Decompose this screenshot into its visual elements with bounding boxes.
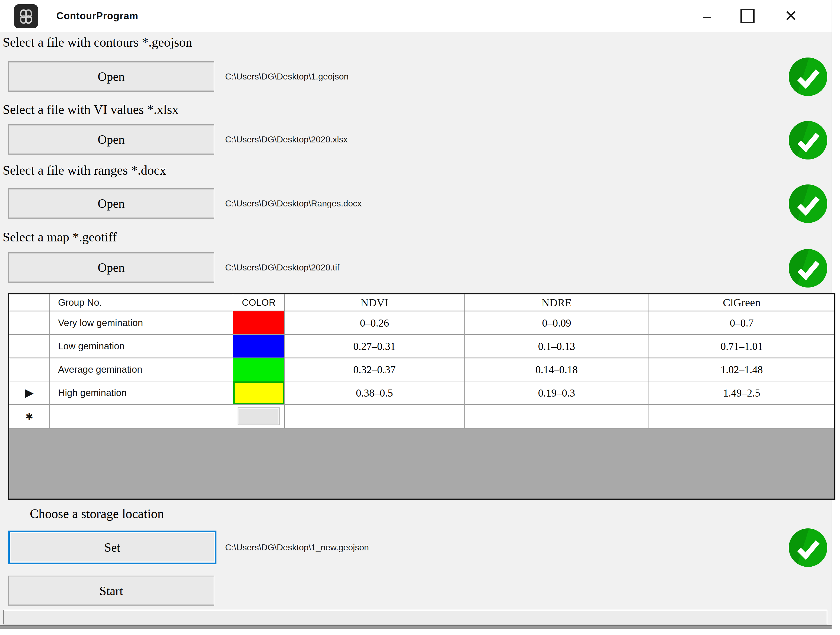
grid-corner-header (9, 294, 50, 311)
clgreen-cell[interactable]: 0.71–1.01 (649, 335, 834, 358)
row-selector[interactable] (9, 358, 50, 381)
current-row-selector[interactable]: ▶ (9, 381, 50, 405)
clgreen-cell[interactable]: 1.49–2.5 (649, 381, 834, 405)
group-cell[interactable]: Very low gemination (50, 311, 233, 335)
ranges-success-check-icon (789, 185, 827, 223)
column-header-group[interactable]: Group No. (50, 294, 233, 311)
color-swatch-cell[interactable] (233, 335, 285, 358)
window-bottom-edge[interactable] (0, 625, 832, 629)
ranges-label: Select a file with ranges *.docx (3, 163, 166, 178)
contours-label: Select a file with contours *.geojson (3, 35, 192, 50)
grid-empty-area (9, 428, 834, 499)
map-label: Select a map *.geotiff (3, 229, 117, 245)
column-header-clgreen[interactable]: ClGreen (649, 294, 834, 311)
window-title: ContourProgram (57, 0, 138, 32)
app-window: ContourProgram – ✕ Select a file with co… (0, 0, 832, 629)
ndre-cell[interactable]: 0.14–0.18 (464, 358, 649, 381)
new-row-marker-icon: ✱ (25, 412, 33, 421)
ndre-cell[interactable]: 0.19–0.3 (464, 381, 649, 405)
storage-success-check-icon (789, 528, 827, 567)
open-contours-button[interactable]: Open (8, 61, 214, 92)
contours-success-check-icon (789, 57, 827, 96)
storage-label: Choose a storage location (30, 506, 164, 521)
title-bar: ContourProgram – ✕ (0, 0, 832, 32)
row-selector[interactable] (9, 311, 50, 335)
blank-color-swatch (238, 408, 280, 425)
ranges-data-grid: Group No. COLOR NDVI NDRE ClGreen Very l… (8, 293, 835, 500)
maximize-icon (741, 9, 755, 23)
app-icon (14, 4, 38, 28)
new-row-selector[interactable]: ✱ (9, 405, 50, 428)
column-header-color[interactable]: COLOR (233, 294, 285, 311)
ndvi-cell-empty[interactable] (285, 405, 464, 428)
group-cell[interactable]: High gemination (50, 381, 233, 405)
open-map-button[interactable]: Open (8, 252, 214, 283)
minimize-button[interactable]: – (688, 0, 726, 32)
open-vi-values-button[interactable]: Open (8, 124, 214, 155)
ranges-path: C:\Users\DG\Desktop\Ranges.docx (225, 188, 362, 219)
color-swatch-cell[interactable] (233, 381, 285, 405)
storage-path: C:\Users\DG\Desktop\1_new.geojson (225, 532, 369, 562)
ndvi-cell[interactable]: 0.32–0.37 (285, 358, 464, 381)
map-path: C:\Users\DG\Desktop\2020.tif (225, 252, 339, 283)
vi-values-success-check-icon (789, 121, 827, 160)
contour-rings-icon (17, 8, 35, 25)
close-button[interactable]: ✕ (772, 0, 810, 32)
color-cell-empty[interactable] (233, 405, 285, 428)
ndvi-cell[interactable]: 0.38–0.5 (285, 381, 464, 405)
group-cell[interactable]: Low gemination (50, 335, 233, 358)
maximize-button[interactable] (728, 0, 766, 32)
contours-path: C:\Users\DG\Desktop\1.geojson (225, 61, 349, 92)
vi-values-label: Select a file with VI values *.xlsx (3, 102, 178, 117)
ndre-cell[interactable]: 0.1–0.13 (464, 335, 649, 358)
clgreen-cell[interactable]: 1.02–1.48 (649, 358, 834, 381)
map-success-check-icon (789, 249, 827, 287)
color-swatch-cell[interactable] (233, 358, 285, 381)
vi-values-path: C:\Users\DG\Desktop\2020.xlsx (225, 124, 348, 155)
column-header-ndvi[interactable]: NDVI (285, 294, 464, 311)
ndre-cell[interactable]: 0–0.09 (464, 311, 649, 335)
ndvi-cell[interactable]: 0.27–0.31 (285, 335, 464, 358)
clgreen-cell-empty[interactable] (649, 405, 834, 428)
start-button[interactable]: Start (8, 576, 214, 606)
ndvi-cell[interactable]: 0–0.26 (285, 311, 464, 335)
set-button[interactable]: Set (8, 531, 216, 564)
clgreen-cell[interactable]: 0–0.7 (649, 311, 834, 335)
current-row-marker-icon: ▶ (25, 387, 34, 398)
screenshot-root: ContourProgram – ✕ Select a file with co… (0, 0, 840, 635)
group-cell-empty[interactable] (50, 405, 233, 428)
row-selector[interactable] (9, 335, 50, 358)
group-cell[interactable]: Average gemination (50, 358, 233, 381)
color-swatch-cell[interactable] (233, 311, 285, 335)
progress-bar (3, 610, 827, 624)
column-header-ndre[interactable]: NDRE (464, 294, 649, 311)
open-ranges-button[interactable]: Open (8, 188, 214, 219)
ndre-cell-empty[interactable] (464, 405, 649, 428)
